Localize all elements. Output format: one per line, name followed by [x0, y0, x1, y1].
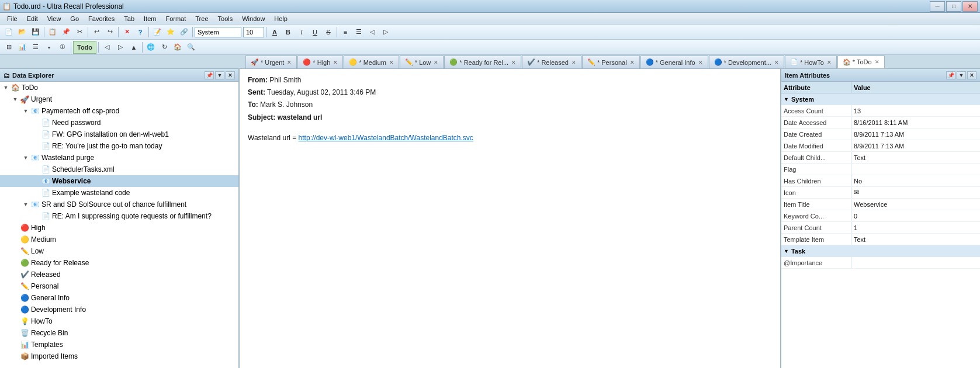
- tree-item-howto[interactable]: 💡 HowTo: [0, 315, 238, 327]
- attr-date-created[interactable]: Date Created 8/9/2011 7:13 AM: [781, 129, 980, 140]
- attr-access-count[interactable]: Access Count 13: [781, 105, 980, 117]
- tree-item-need-password[interactable]: 📄 Need password: [0, 117, 238, 129]
- tab-general-close[interactable]: ✕: [698, 60, 703, 65]
- attr-parent-count[interactable]: Parent Count 1: [781, 222, 980, 234]
- group-task[interactable]: ▼ Task: [781, 245, 980, 257]
- tab-dev[interactable]: 🔵 * Development... ✕: [709, 55, 784, 68]
- tab-general[interactable]: 🔵 * General Info ✕: [640, 55, 708, 68]
- star-btn[interactable]: ⭐: [164, 26, 177, 39]
- tab-low[interactable]: ✏️ * Low ✕: [400, 55, 444, 68]
- tree-item-sr-sd[interactable]: ▼ 📧 SR and SD SolSource out of chance fu…: [0, 199, 238, 210]
- email-link[interactable]: http://dev-wl-web1/WastelandBatch/Wastel…: [299, 134, 473, 142]
- nav-up-btn[interactable]: ▲: [127, 41, 140, 54]
- bold-btn[interactable]: B: [282, 26, 295, 39]
- tree-item-wasteland-purge[interactable]: ▼ 📧 Wasteland purge: [0, 152, 238, 164]
- menu-tools[interactable]: Tools: [213, 14, 238, 23]
- tree-item-general-info[interactable]: 🔵 General Info: [0, 292, 238, 304]
- panel-close-btn[interactable]: ✕: [226, 71, 235, 79]
- attr-template-item[interactable]: Template Item Text: [781, 234, 980, 245]
- attrs-pin-btn[interactable]: 📌: [946, 71, 955, 79]
- attr-default-child[interactable]: Default Child... Text: [781, 152, 980, 164]
- tab-high[interactable]: 🔴 * High ✕: [297, 55, 343, 68]
- menu-favorites[interactable]: Favorites: [84, 14, 119, 23]
- outdent-btn[interactable]: ◁: [366, 26, 379, 39]
- help-btn[interactable]: ?: [134, 26, 147, 39]
- tab-todo-close[interactable]: ✕: [875, 59, 879, 65]
- panel-pin-btn[interactable]: 📌: [205, 71, 214, 79]
- tree-item-webservice[interactable]: 📧 Webservice: [0, 175, 238, 187]
- format-btn[interactable]: 📝: [151, 26, 164, 39]
- toggle-sr-sd[interactable]: ▼: [21, 199, 30, 210]
- tree-item-ready[interactable]: 🟢 Ready for Release: [0, 257, 238, 269]
- tree-item-released[interactable]: ✔️ Released: [0, 269, 238, 280]
- strikethrough-btn[interactable]: S: [322, 26, 335, 39]
- menu-window[interactable]: Window: [237, 14, 269, 23]
- tab-high-close[interactable]: ✕: [333, 60, 338, 65]
- tree-item-scheduler[interactable]: 📄 SchedulerTasks.xml: [0, 164, 238, 175]
- tab-personal[interactable]: ✏️ * Personal ✕: [582, 55, 640, 68]
- search-btn[interactable]: 🔍: [185, 41, 198, 54]
- toggle-todo[interactable]: ▼: [1, 82, 11, 93]
- tree-item-paymentech[interactable]: ▼ 📧 Paymentech off csp-prod: [0, 105, 238, 117]
- tree-item-re-suppressing[interactable]: 📄 RE: Am I suppressing quote requests or…: [0, 210, 238, 222]
- menu-item[interactable]: Item: [139, 14, 161, 23]
- tree-item-re-goto[interactable]: 📄 RE: You're just the go-to man today: [0, 140, 238, 152]
- tab-released-close[interactable]: ✕: [572, 60, 576, 65]
- nav-back-btn[interactable]: ◁: [101, 41, 113, 54]
- tree-item-high[interactable]: 🔴 High: [0, 222, 238, 234]
- attrs-close-btn[interactable]: ✕: [967, 71, 976, 79]
- indent-btn[interactable]: ▷: [379, 26, 392, 39]
- font-color-btn[interactable]: A: [268, 26, 281, 39]
- home-btn[interactable]: 🏠: [171, 41, 184, 54]
- refresh-btn[interactable]: ↻: [158, 41, 171, 54]
- attr-keyword-count[interactable]: Keyword Co... 0: [781, 210, 980, 222]
- attrs-menu-btn[interactable]: ▼: [957, 71, 966, 79]
- attr-has-children[interactable]: Has Children No: [781, 175, 980, 187]
- chart-btn[interactable]: 📊: [16, 41, 29, 54]
- undo-btn[interactable]: ↩: [90, 26, 103, 39]
- menu-format[interactable]: Format: [161, 14, 191, 23]
- web-btn[interactable]: 🌐: [144, 41, 157, 54]
- table-btn[interactable]: ⊞: [2, 41, 15, 54]
- new-btn[interactable]: 📄: [2, 26, 15, 39]
- cut-btn[interactable]: ✂: [73, 26, 86, 39]
- size-dropdown[interactable]: [243, 27, 264, 37]
- tab-urgent-close[interactable]: ✕: [287, 60, 292, 65]
- menu-tree[interactable]: Tree: [191, 14, 213, 23]
- save-btn[interactable]: 💾: [29, 26, 42, 39]
- tree-item-example[interactable]: 📄 Example wasteland code: [0, 187, 238, 199]
- tab-low-close[interactable]: ✕: [434, 60, 438, 65]
- tree-item-todo[interactable]: ▼ 🏠 ToDo: [0, 82, 238, 93]
- attr-icon[interactable]: Icon ✉: [781, 187, 980, 199]
- tree-item-low[interactable]: ✏️ Low: [0, 245, 238, 257]
- menu-view[interactable]: View: [43, 14, 66, 23]
- minimize-button[interactable]: ─: [930, 1, 945, 12]
- style-dropdown[interactable]: [195, 27, 241, 37]
- tree-item-imported[interactable]: 📦 Imported Items: [0, 350, 238, 362]
- tree-item-personal[interactable]: ✏️ Personal: [0, 280, 238, 292]
- menu-file[interactable]: File: [2, 14, 22, 23]
- tab-ready[interactable]: 🟢 * Ready for Rel... ✕: [444, 55, 521, 68]
- align-left-btn[interactable]: ≡: [339, 26, 352, 39]
- nav-fwd-btn[interactable]: ▷: [114, 41, 127, 54]
- tab-ready-close[interactable]: ✕: [511, 60, 516, 65]
- italic-btn[interactable]: I: [295, 26, 308, 39]
- menu-go[interactable]: Go: [65, 14, 84, 23]
- tab-medium[interactable]: 🟡 * Medium ✕: [344, 55, 399, 68]
- toggle-wasteland-purge[interactable]: ▼: [21, 152, 30, 164]
- group-system[interactable]: ▼ System: [781, 93, 980, 105]
- close-button[interactable]: ✕: [962, 1, 978, 12]
- tree-item-fw-gpg[interactable]: 📄 FW: GPG installation on den-wl-web1: [0, 129, 238, 140]
- attr-item-title[interactable]: Item Title Webservice: [781, 199, 980, 210]
- delete-btn[interactable]: ✕: [120, 26, 133, 39]
- list-btn[interactable]: ☰: [29, 41, 42, 54]
- menu-tab[interactable]: Tab: [119, 14, 139, 23]
- todo-label-btn[interactable]: Todo: [73, 41, 96, 54]
- maximize-button[interactable]: □: [946, 1, 961, 12]
- attr-importance[interactable]: @Importance: [781, 257, 980, 269]
- attr-date-accessed[interactable]: Date Accessed 8/16/2011 8:11 AM: [781, 117, 980, 129]
- tab-urgent[interactable]: 🚀 * Urgent ✕: [245, 55, 297, 68]
- number-btn[interactable]: ①: [56, 41, 69, 54]
- underline-btn[interactable]: U: [309, 26, 321, 39]
- open-btn[interactable]: 📂: [16, 26, 29, 39]
